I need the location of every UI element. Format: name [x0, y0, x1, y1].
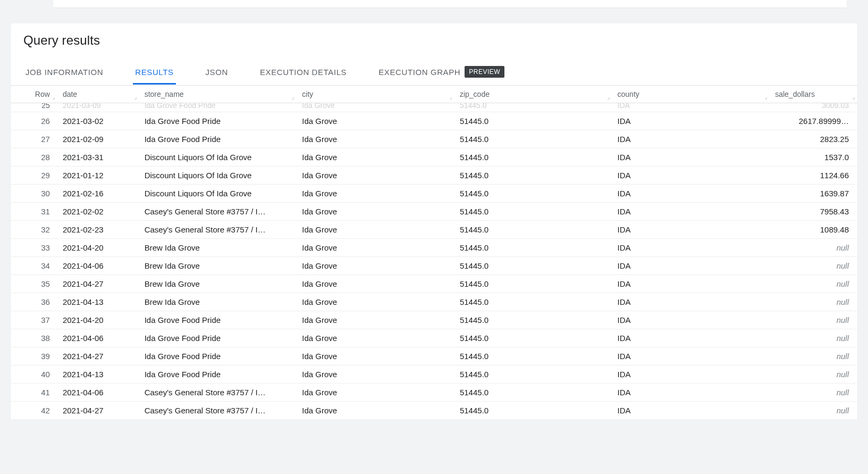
- cell-sale-dollars: 3009.03: [770, 103, 857, 112]
- cell-sale-dollars: 1124.66: [770, 167, 857, 185]
- bottom-spacer: [0, 419, 868, 428]
- table-row[interactable]: 282021-03-31Discount Liquors Of Ida Grov…: [11, 148, 857, 167]
- col-county[interactable]: county⌟: [612, 86, 770, 103]
- null-value: null: [837, 243, 849, 252]
- cell-row: 35: [11, 275, 57, 293]
- cell-date: 2021-04-06: [57, 329, 139, 347]
- results-table: Row⌟ date⌟ store_name⌟ city⌟ zip_code⌟ c…: [11, 86, 857, 419]
- table-row[interactable]: 322021-02-23Casey's General Store #3757 …: [11, 221, 857, 239]
- tab-job-info[interactable]: JOB INFORMATION: [23, 61, 105, 84]
- col-zip-code[interactable]: zip_code⌟: [454, 86, 612, 103]
- cell-date: 2021-02-16: [57, 185, 139, 203]
- cell-sale-dollars: null: [770, 311, 857, 329]
- table-row[interactable]: 392021-04-27Ida Grove Food PrideIda Grov…: [11, 347, 857, 365]
- tab-execution-details[interactable]: EXECUTION DETAILS: [258, 61, 349, 84]
- cell-date: 2021-03-09: [57, 103, 139, 112]
- null-value: null: [837, 297, 849, 306]
- query-results-panel: Query results JOB INFORMATIONRESULTSJSON…: [11, 23, 857, 419]
- table-row[interactable]: 402021-04-13Ida Grove Food PrideIda Grov…: [11, 365, 857, 384]
- cell-row: 40: [11, 365, 57, 384]
- table-row[interactable]: 422021-04-27Casey's General Store #3757 …: [11, 402, 857, 420]
- table-row[interactable]: 302021-02-16Discount Liquors Of Ida Grov…: [11, 185, 857, 203]
- cell-zip-code: 51445.0: [454, 103, 612, 112]
- cell-zip-code: 51445.0: [454, 203, 612, 221]
- cell-store-name: Discount Liquors Of Ida Grove: [139, 167, 297, 185]
- resize-handle-icon[interactable]: ⌟: [291, 93, 294, 101]
- table-row[interactable]: 382021-04-06Ida Grove Food PrideIda Grov…: [11, 329, 857, 347]
- cell-store-name: Ida Grove Food Pride: [139, 112, 297, 130]
- table-row[interactable]: 342021-04-06Brew Ida GroveIda Grove51445…: [11, 257, 857, 275]
- cell-sale-dollars: null: [770, 384, 857, 402]
- table-row[interactable]: 272021-02-09Ida Grove Food PrideIda Grov…: [11, 130, 857, 148]
- cell-store-name: Casey's General Store #3757 / I…: [139, 384, 297, 402]
- col-date[interactable]: date⌟: [57, 86, 139, 103]
- cell-sale-dollars: null: [770, 365, 857, 384]
- col-row[interactable]: Row⌟: [11, 86, 57, 103]
- cell-row: 27: [11, 130, 57, 148]
- null-value: null: [837, 370, 849, 379]
- cell-store-name: Brew Ida Grove: [139, 257, 297, 275]
- cell-store-name: Brew Ida Grove: [139, 239, 297, 257]
- cell-date: 2021-04-27: [57, 347, 139, 365]
- cell-store-name: Ida Grove Food Pride: [139, 329, 297, 347]
- cell-store-name: Discount Liquors Of Ida Grove: [139, 148, 297, 167]
- cell-county: IDA: [612, 103, 770, 112]
- cell-row: 42: [11, 402, 57, 420]
- cell-zip-code: 51445.0: [454, 239, 612, 257]
- cell-county: IDA: [612, 402, 770, 420]
- cell-city: Ida Grove: [297, 365, 454, 384]
- cell-date: 2021-02-02: [57, 203, 139, 221]
- cell-county: IDA: [612, 257, 770, 275]
- tab-results[interactable]: RESULTS: [133, 61, 175, 84]
- cell-row: 32: [11, 221, 57, 239]
- cell-row: 26: [11, 112, 57, 130]
- null-value: null: [837, 406, 849, 415]
- cell-zip-code: 51445.0: [454, 275, 612, 293]
- tab-execution-graph[interactable]: EXECUTION GRAPHPREVIEW: [376, 60, 507, 85]
- cell-zip-code: 51445.0: [454, 112, 612, 130]
- resize-handle-icon[interactable]: ⌟: [449, 93, 452, 101]
- resize-handle-icon[interactable]: ⌟: [764, 93, 768, 101]
- cell-county: IDA: [612, 365, 770, 384]
- cell-date: 2021-03-02: [57, 112, 139, 130]
- null-value: null: [837, 261, 849, 270]
- header-row: Row⌟ date⌟ store_name⌟ city⌟ zip_code⌟ c…: [11, 86, 857, 103]
- cell-sale-dollars: 1639.87: [770, 185, 857, 203]
- col-store-name[interactable]: store_name⌟: [139, 86, 297, 103]
- cell-city: Ida Grove: [297, 221, 454, 239]
- cell-zip-code: 51445.0: [454, 329, 612, 347]
- cell-row: 25: [11, 103, 57, 112]
- col-city[interactable]: city⌟: [297, 86, 454, 103]
- null-value: null: [837, 315, 849, 325]
- cell-row: 38: [11, 329, 57, 347]
- cell-row: 33: [11, 239, 57, 257]
- table-row[interactable]: 292021-01-12Discount Liquors Of Ida Grov…: [11, 167, 857, 185]
- col-sale-dollars[interactable]: sale_dollars⌟: [770, 86, 857, 103]
- cell-city: Ida Grove: [297, 239, 454, 257]
- cell-date: 2021-03-31: [57, 148, 139, 167]
- tab-label: JOB INFORMATION: [26, 68, 103, 77]
- table-row[interactable]: 372021-04-20Ida Grove Food PrideIda Grov…: [11, 311, 857, 329]
- cell-city: Ida Grove: [297, 130, 454, 148]
- cell-sale-dollars: null: [770, 329, 857, 347]
- tab-json[interactable]: JSON: [204, 61, 230, 84]
- cell-store-name: Discount Liquors Of Ida Grove: [139, 185, 297, 203]
- table-row[interactable]: 412021-04-06Casey's General Store #3757 …: [11, 384, 857, 402]
- table-row[interactable]: 352021-04-27Brew Ida GroveIda Grove51445…: [11, 275, 857, 293]
- table-row[interactable]: 362021-04-13Brew Ida GroveIda Grove51445…: [11, 293, 857, 311]
- preview-badge: PREVIEW: [465, 66, 504, 78]
- panel-title: Query results: [23, 33, 845, 48]
- resize-handle-icon[interactable]: ⌟: [52, 93, 55, 101]
- table-row[interactable]: 262021-03-02Ida Grove Food PrideIda Grov…: [11, 112, 857, 130]
- cell-store-name: Brew Ida Grove: [139, 275, 297, 293]
- tab-label: EXECUTION GRAPH: [378, 68, 460, 77]
- results-table-wrap[interactable]: Row⌟ date⌟ store_name⌟ city⌟ zip_code⌟ c…: [11, 86, 857, 419]
- table-row[interactable]: 332021-04-20Brew Ida GroveIda Grove51445…: [11, 239, 857, 257]
- cell-city: Ida Grove: [297, 347, 454, 365]
- resize-handle-icon[interactable]: ⌟: [607, 93, 610, 101]
- cell-store-name: Brew Ida Grove: [139, 293, 297, 311]
- resize-handle-icon[interactable]: ⌟: [134, 93, 137, 101]
- resize-handle-icon[interactable]: ⌟: [852, 93, 855, 101]
- cell-county: IDA: [612, 148, 770, 167]
- table-row[interactable]: 312021-02-02Casey's General Store #3757 …: [11, 203, 857, 221]
